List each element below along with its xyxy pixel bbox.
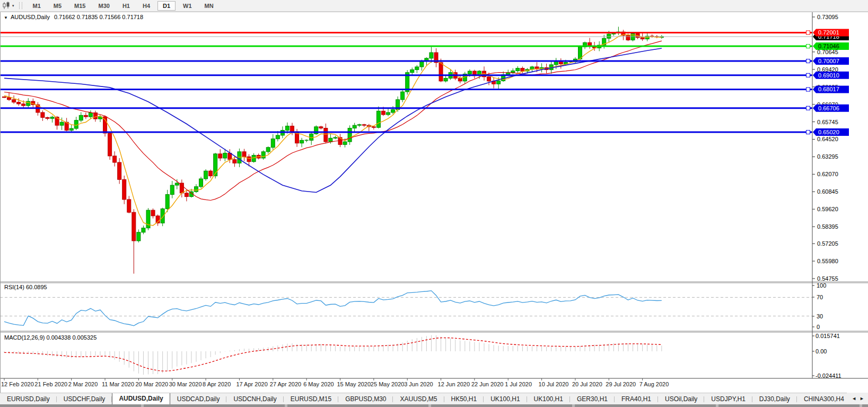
svg-text:0.55980: 0.55980 bbox=[817, 258, 838, 264]
chart-ohlc-values: 0.71662 0.71835 0.71566 0.71718 bbox=[54, 14, 143, 20]
svg-text:25 May 2020: 25 May 2020 bbox=[371, 381, 405, 387]
svg-text:1 Jul 2020: 1 Jul 2020 bbox=[505, 381, 532, 387]
svg-text:0.70007: 0.70007 bbox=[818, 58, 839, 64]
svg-text:10 Jul 2020: 10 Jul 2020 bbox=[539, 381, 569, 387]
chart-tab-usdcnh-daily[interactable]: USDCNH,Daily bbox=[226, 394, 283, 405]
chart-tab-xauusd-m5[interactable]: XAUUSD,M5 bbox=[393, 394, 444, 405]
timeframe-button-mn[interactable]: MN bbox=[199, 1, 219, 11]
svg-text:3 Jun 2020: 3 Jun 2020 bbox=[404, 381, 433, 387]
timeframe-button-h1[interactable]: H1 bbox=[117, 1, 135, 11]
svg-text:0.58395: 0.58395 bbox=[817, 223, 838, 230]
taskbar-strip bbox=[0, 404, 868, 407]
svg-text:0.73095: 0.73095 bbox=[817, 14, 838, 20]
chart-tab-china300-h4[interactable]: CHINA300,H4 bbox=[797, 394, 851, 405]
svg-text:-0.024411: -0.024411 bbox=[816, 373, 841, 379]
timeframe-button-w1[interactable]: W1 bbox=[178, 1, 197, 11]
svg-text:0.63295: 0.63295 bbox=[817, 153, 838, 160]
svg-text:20 Mar 2020: 20 Mar 2020 bbox=[135, 381, 168, 387]
svg-text:0.71046: 0.71046 bbox=[818, 43, 839, 49]
svg-text:70: 70 bbox=[817, 294, 823, 300]
tab-scroll-right-icon[interactable]: ► bbox=[860, 396, 864, 401]
rsi-indicator-label: RSI(14) 60.0895 bbox=[4, 284, 47, 290]
svg-text:0.00: 0.00 bbox=[816, 348, 827, 354]
toolbar-grip bbox=[19, 2, 22, 9]
chart-tab-usdchf-daily[interactable]: USDCHF,Daily bbox=[57, 394, 112, 405]
svg-text:30: 30 bbox=[817, 313, 823, 319]
svg-text:0.64520: 0.64520 bbox=[817, 136, 838, 142]
svg-text:0.65745: 0.65745 bbox=[817, 119, 838, 125]
chart-tab-audusd-daily[interactable]: AUDUSD,Daily bbox=[112, 393, 170, 405]
chart-tab-eurusd-daily[interactable]: EURUSD,Daily bbox=[0, 394, 57, 405]
svg-text:0.62070: 0.62070 bbox=[817, 171, 838, 177]
svg-text:21 Feb 2020: 21 Feb 2020 bbox=[34, 381, 67, 387]
chart-tab-dj30-daily[interactable]: DJ30,Daily bbox=[752, 394, 797, 405]
svg-text:0.57205: 0.57205 bbox=[817, 240, 838, 247]
chevron-down-icon[interactable]: ▾ bbox=[12, 4, 14, 8]
chart-tab-gbpusd-m30[interactable]: GBPUSD,M30 bbox=[338, 394, 393, 405]
timeframe-button-m5[interactable]: M5 bbox=[48, 1, 67, 11]
svg-text:20 Jul 2020: 20 Jul 2020 bbox=[572, 381, 602, 387]
chart-tab-uk100-h1[interactable]: UK100,H1 bbox=[484, 394, 527, 405]
svg-text:8 Apr 2020: 8 Apr 2020 bbox=[203, 381, 231, 387]
svg-text:100: 100 bbox=[817, 282, 826, 289]
svg-text:7 Aug 2020: 7 Aug 2020 bbox=[639, 381, 669, 387]
svg-text:0.015741: 0.015741 bbox=[816, 333, 840, 339]
chart-type-icon[interactable] bbox=[2, 2, 11, 10]
svg-text:0.59620: 0.59620 bbox=[817, 206, 838, 212]
collapse-arrow-icon[interactable]: ▼ bbox=[4, 15, 8, 20]
timeframe-button-d1[interactable]: D1 bbox=[157, 1, 176, 11]
svg-text:0.54755: 0.54755 bbox=[817, 275, 838, 282]
timeframe-toolbar: ▾ M1M5M15M30H1H4D1W1MN bbox=[0, 0, 868, 12]
svg-text:12 Feb 2020: 12 Feb 2020 bbox=[1, 381, 34, 387]
svg-text:11 Mar 2020: 11 Mar 2020 bbox=[102, 381, 134, 387]
chart-title: ▼AUDUSD,Daily0.71662 0.71835 0.71566 0.7… bbox=[4, 14, 143, 20]
svg-text:0.68017: 0.68017 bbox=[818, 86, 839, 92]
chart-tab-usdjpy-h1[interactable]: USDJPY,H1 bbox=[704, 394, 752, 405]
chart-tab-hk50-h1[interactable]: HK50,H1 bbox=[444, 394, 484, 405]
chart-tab-bar: EURUSD,DailyUSDCHF,DailyAUDUSD,DailyUSDC… bbox=[0, 393, 868, 405]
chart-tab-fra40-h1[interactable]: FRA40,H1 bbox=[615, 394, 658, 405]
svg-text:29 Jul 2020: 29 Jul 2020 bbox=[606, 381, 636, 387]
chart-tab-eurusd-m15[interactable]: EURUSD,M15 bbox=[284, 394, 338, 405]
svg-text:0: 0 bbox=[817, 324, 820, 330]
svg-text:27 Apr 2020: 27 Apr 2020 bbox=[270, 381, 301, 387]
chart-symbol-label: AUDUSD,Daily bbox=[11, 14, 50, 20]
timeframe-button-m1[interactable]: M1 bbox=[28, 1, 46, 11]
tab-scroll-arrows: ◄ ► bbox=[847, 393, 868, 404]
svg-text:17 Apr 2020: 17 Apr 2020 bbox=[236, 381, 267, 387]
tab-scroll-left-icon[interactable]: ◄ bbox=[852, 396, 856, 401]
svg-text:22 Jun 2020: 22 Jun 2020 bbox=[471, 381, 504, 387]
macd-indicator-label: MACD(12,26,9) 0.004338 0.005325 bbox=[4, 334, 97, 341]
chart-tab-ger30-h1[interactable]: GER30,H1 bbox=[570, 394, 615, 405]
svg-text:0.60845: 0.60845 bbox=[817, 188, 838, 195]
svg-text:30 Mar 2020: 30 Mar 2020 bbox=[169, 381, 202, 387]
chart-tab-usoil-daily[interactable]: USOil,Daily bbox=[658, 394, 704, 405]
svg-text:15 May 2020: 15 May 2020 bbox=[337, 381, 371, 387]
svg-text:2 Mar 2020: 2 Mar 2020 bbox=[68, 381, 98, 387]
timeframe-button-h4[interactable]: H4 bbox=[137, 1, 155, 11]
svg-text:0.69010: 0.69010 bbox=[818, 72, 839, 79]
svg-text:0.72001: 0.72001 bbox=[818, 29, 839, 36]
svg-text:12 Jun 2020: 12 Jun 2020 bbox=[438, 381, 470, 387]
svg-text:0.65020: 0.65020 bbox=[818, 129, 839, 135]
chart-tab-uk100-h1[interactable]: UK100,H1 bbox=[527, 394, 570, 405]
svg-text:0.66706: 0.66706 bbox=[818, 105, 839, 111]
svg-text:6 May 2020: 6 May 2020 bbox=[303, 381, 334, 387]
timeframe-button-m30[interactable]: M30 bbox=[93, 1, 115, 11]
chart-tab-usdcad-daily[interactable]: USDCAD,Daily bbox=[170, 394, 227, 405]
timeframe-button-m15[interactable]: M15 bbox=[69, 1, 91, 11]
